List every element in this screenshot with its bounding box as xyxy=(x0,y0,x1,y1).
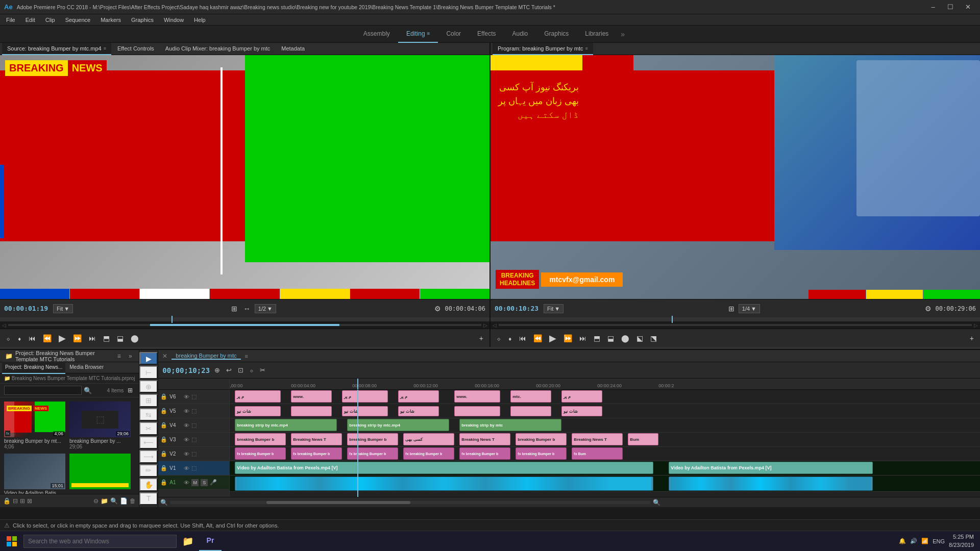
source-settings-btn[interactable]: ⚙ xyxy=(432,304,443,314)
clip-v6-6[interactable]: mtc. xyxy=(510,390,551,403)
source-capture-btn[interactable]: ⬤ xyxy=(129,333,141,343)
project-delete-btn[interactable]: 🗑 xyxy=(130,497,136,505)
clip-v6-3[interactable]: م پر xyxy=(342,390,388,403)
clip-v2-3[interactable]: fx breaking Bumper b xyxy=(347,447,398,460)
track-v3-vis[interactable]: 👁 xyxy=(184,437,189,443)
tab-audio-clip-mixer[interactable]: Audio Clip Mixer: breaking Bumper by mtc xyxy=(160,43,275,55)
project-search-input[interactable] xyxy=(4,386,82,395)
minimize-button[interactable]: – xyxy=(925,2,941,12)
clip-v5-7[interactable]: شات نیو xyxy=(561,406,602,416)
program-fit-dropdown[interactable]: Fit ▼ xyxy=(544,304,564,313)
program-add-marker-btn[interactable]: + xyxy=(968,333,976,343)
track-v5-lock[interactable]: 🔒 xyxy=(160,408,167,414)
menu-graphics[interactable]: Graphics xyxy=(127,16,158,24)
source-insert-btn[interactable]: ⬒ xyxy=(101,333,112,343)
taskbar-network-icon[interactable]: 📶 xyxy=(921,538,928,544)
source-mark-out-btn[interactable]: ⬧ xyxy=(15,333,23,343)
tl-linked-btn[interactable]: ⊡ xyxy=(236,365,245,375)
program-capture-btn[interactable]: ⬤ xyxy=(619,333,631,343)
clip-v1-1[interactable]: Video by Adailton Batista from Pexels.mp… xyxy=(235,462,653,474)
tab-program[interactable]: Program: breaking Bumper by mtc ≡ xyxy=(493,43,593,55)
track-v6-lock[interactable]: 🔒 xyxy=(160,393,167,400)
maximize-button[interactable]: ☐ xyxy=(942,2,959,12)
clip-v2-5[interactable]: fx breaking Bumper b xyxy=(459,447,510,460)
clip-v5-1[interactable]: شات نیو xyxy=(235,406,281,416)
source-rewind-btn[interactable]: ⏪ xyxy=(41,333,54,343)
track-a1-m-btn[interactable]: M xyxy=(191,479,199,486)
tl-mark-btn[interactable]: ⬦ xyxy=(248,365,255,375)
source-add-marker-btn[interactable]: + xyxy=(477,333,485,343)
tab-libraries[interactable]: Libraries xyxy=(577,26,617,43)
track-v4-vis[interactable]: 👁 xyxy=(184,422,189,429)
tool-type[interactable]: T xyxy=(139,492,158,505)
source-in-out-bar[interactable]: ◁ ▷ xyxy=(0,321,489,329)
tool-rate-stretch[interactable]: ⇆ xyxy=(139,408,158,421)
program-menu-icon[interactable]: ≡ xyxy=(585,46,588,51)
source-mark-in-btn[interactable]: ⬦ xyxy=(4,333,12,343)
clip-v5-5[interactable] xyxy=(454,406,500,416)
source-fit-dropdown[interactable]: Fit ▼ xyxy=(53,304,73,313)
project-new-item-btn[interactable]: 📄 xyxy=(120,497,128,505)
tab-source[interactable]: Source: breaking Bumper by mtc.mp4 ≡ xyxy=(2,43,111,55)
tool-select[interactable]: ▶ xyxy=(139,352,158,365)
program-scrub-bar[interactable] xyxy=(491,317,980,321)
media-item-2[interactable]: ⬚ 29;06 breaking Bumper by ... 29;06 xyxy=(69,402,131,449)
taskbar-file-explorer[interactable]: 📁 xyxy=(177,531,199,552)
media-item-green[interactable] xyxy=(69,454,131,494)
menu-window[interactable]: Window xyxy=(160,16,188,24)
project-new-bin-btn[interactable]: 📁 xyxy=(101,497,108,505)
clip-v3-8[interactable]: Bum xyxy=(628,433,658,445)
project-menu-icon[interactable]: ≡ xyxy=(114,352,124,361)
program-step-back-btn[interactable]: ⏮ xyxy=(517,333,528,343)
source-menu-icon[interactable]: ≡ xyxy=(104,46,106,51)
clip-v5-3[interactable]: شات نیو xyxy=(342,406,388,416)
tl-zoom-out-btn[interactable]: 🔍 xyxy=(160,499,168,506)
timeline-menu-icon[interactable]: ≡ xyxy=(245,353,248,359)
clip-v3-2[interactable]: Breaking News T xyxy=(291,433,342,445)
clip-a1-2[interactable] xyxy=(669,477,873,491)
tool-track-select[interactable]: ⊢ xyxy=(139,366,158,379)
source-ff-btn[interactable]: ⏩ xyxy=(71,333,84,343)
program-settings-btn[interactable]: ⚙ xyxy=(923,304,934,314)
menu-markers[interactable]: Markers xyxy=(96,16,125,24)
program-insert-btn[interactable]: ⬒ xyxy=(592,333,602,343)
timeline-close-icon[interactable]: ✕ xyxy=(162,353,167,360)
program-lift-btn[interactable]: ⬕ xyxy=(634,333,645,343)
source-play-btn[interactable]: ▶ xyxy=(57,332,68,345)
taskbar-clock[interactable]: 5:25 PM 8/23/2019 xyxy=(949,533,974,549)
clip-a1-1[interactable] xyxy=(235,477,653,491)
close-button[interactable]: ✕ xyxy=(960,2,976,12)
program-fraction-dropdown[interactable]: 1/4 ▼ xyxy=(739,304,760,313)
tl-snap-btn[interactable]: ⊕ xyxy=(213,365,222,375)
track-v2-vis[interactable]: 👁 xyxy=(184,451,189,457)
tab-assembly[interactable]: Assembly xyxy=(355,26,398,43)
tab-editing[interactable]: Editing ≡ xyxy=(398,26,438,43)
track-v1-lock[interactable]: 🔒 xyxy=(160,465,167,471)
taskbar-volume-icon[interactable]: 🔊 xyxy=(910,538,917,544)
menu-file[interactable]: File xyxy=(2,16,19,24)
tl-add-marker-btn[interactable]: ↩ xyxy=(225,365,233,375)
project-search-icon[interactable]: 🔍 xyxy=(84,387,92,394)
media-item-3[interactable]: 15;01 Video by Adailton Batis... 15;01 xyxy=(4,454,65,494)
project-freeform-btn[interactable]: ⊠ xyxy=(27,497,32,505)
program-rewind-btn[interactable]: ⏪ xyxy=(531,333,544,343)
clip-v3-5[interactable]: Breaking News T xyxy=(459,433,510,445)
menu-sequence[interactable]: Sequence xyxy=(61,16,95,24)
source-step-back-btn[interactable]: ⏮ xyxy=(27,333,38,343)
tl-zoom-in-btn[interactable]: 🔍 xyxy=(653,499,660,506)
clip-v4-3[interactable]: breaking strip by mtc xyxy=(459,419,561,431)
source-toggle-btn[interactable]: ⊞ xyxy=(229,304,239,314)
program-mark-out-btn[interactable]: ⬧ xyxy=(506,333,514,343)
workspace-overflow-icon[interactable]: » xyxy=(621,30,625,38)
taskbar-lang[interactable]: ENG xyxy=(933,538,945,544)
timeline-ruler[interactable]: ,00:00 00:00:04:00 00:00:08:00 00:00:12:… xyxy=(158,379,980,390)
project-grid-view-btn[interactable]: ⊞ xyxy=(20,497,25,505)
tab-audio[interactable]: Audio xyxy=(504,26,536,43)
taskbar-search-input[interactable] xyxy=(23,535,177,548)
clip-v5-6[interactable] xyxy=(510,406,551,416)
track-a1-s-btn[interactable]: S xyxy=(201,479,208,486)
track-clips-area[interactable]: م پر www. م پر م پر www. mtc. م پر شات ن… xyxy=(230,390,980,497)
menu-clip[interactable]: Clip xyxy=(41,16,59,24)
clip-v6-2[interactable]: www. xyxy=(291,390,332,403)
project-lock-btn[interactable]: 🔒 xyxy=(3,497,11,505)
